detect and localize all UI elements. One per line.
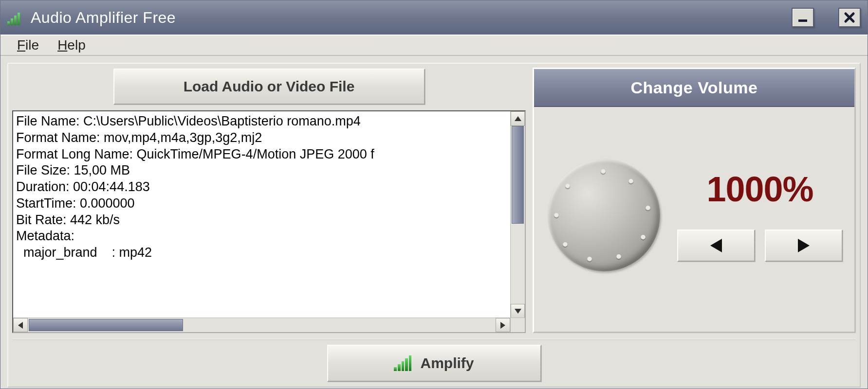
volume-panel: Change Volume	[533, 68, 856, 333]
main-panel: Load Audio or Video File File Name: C:\U…	[7, 63, 861, 388]
svg-marker-6	[798, 239, 810, 252]
volume-decrease-button[interactable]	[677, 230, 755, 262]
triangle-right-icon	[500, 322, 505, 329]
svg-marker-4	[500, 322, 505, 329]
volume-increase-button[interactable]	[765, 230, 843, 262]
amplify-label: Amplify	[420, 355, 474, 371]
horizontal-scroll-thumb[interactable]	[29, 319, 183, 331]
file-info-box: File Name: C:\Users\Public\Videos\Baptis…	[12, 110, 526, 333]
minimize-button[interactable]	[792, 8, 814, 27]
menu-file-rest: ile	[25, 37, 39, 53]
vertical-scrollbar[interactable]	[510, 111, 525, 318]
menubar: File Help	[0, 35, 868, 56]
scroll-right-button[interactable]	[496, 318, 510, 332]
svg-marker-2	[515, 309, 521, 314]
triangle-left-icon	[18, 322, 23, 329]
app-icon	[7, 12, 21, 25]
scrollbar-corner	[510, 318, 525, 332]
svg-marker-5	[710, 239, 722, 252]
window-title: Audio Amplifier Free	[31, 9, 782, 27]
bars-icon	[394, 355, 411, 371]
file-info-text: File Name: C:\Users\Public\Videos\Baptis…	[13, 111, 525, 332]
triangle-right-icon	[798, 239, 810, 252]
window-controls	[792, 8, 861, 27]
close-button[interactable]	[838, 8, 861, 27]
svg-rect-0	[798, 19, 807, 22]
client-area: Load Audio or Video File File Name: C:\U…	[0, 56, 868, 389]
scroll-down-button[interactable]	[511, 304, 525, 318]
volume-value: 1000%	[706, 169, 813, 209]
menu-help-rest: elp	[67, 37, 85, 53]
titlebar[interactable]: Audio Amplifier Free	[0, 0, 868, 35]
volume-header: Change Volume	[534, 69, 854, 107]
volume-knob[interactable]	[548, 159, 660, 271]
triangle-up-icon	[515, 116, 521, 121]
triangle-down-icon	[515, 309, 521, 314]
horizontal-scrollbar[interactable]	[13, 318, 510, 332]
vertical-scroll-track[interactable]	[511, 126, 525, 304]
separator	[12, 339, 856, 340]
menu-help[interactable]: Help	[57, 37, 86, 53]
minimize-icon	[797, 12, 809, 23]
horizontal-scroll-track[interactable]	[28, 318, 496, 332]
load-file-button[interactable]: Load Audio or Video File	[113, 69, 425, 105]
svg-marker-3	[18, 322, 23, 329]
triangle-left-icon	[710, 239, 722, 252]
left-column: Load Audio or Video File File Name: C:\U…	[12, 68, 526, 333]
app-window: Audio Amplifier Free File Help Load Audi…	[0, 0, 868, 389]
vertical-scroll-thumb[interactable]	[512, 126, 524, 224]
amplify-button[interactable]: Amplify	[327, 345, 541, 382]
menu-file[interactable]: File	[17, 37, 39, 53]
scroll-left-button[interactable]	[13, 318, 28, 332]
svg-marker-1	[515, 116, 521, 121]
scroll-up-button[interactable]	[511, 111, 525, 126]
close-icon	[844, 12, 855, 23]
